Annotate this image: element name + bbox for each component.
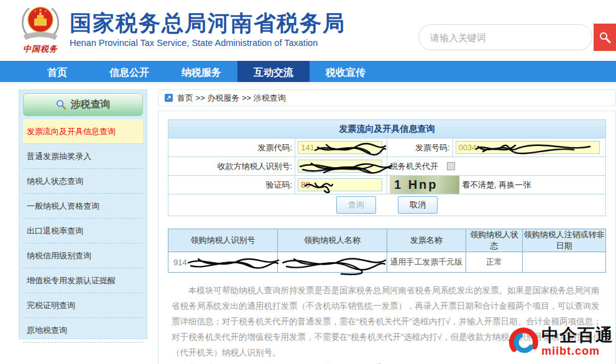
nav-item-tax-publicity[interactable]: 税收宣传 (310, 61, 382, 82)
watermark-logo-icon (508, 325, 540, 358)
nav-item-info-disclosure[interactable]: 信息公开 (93, 61, 165, 82)
sidebar-item-local-tax[interactable]: 原地税查询 (23, 318, 143, 343)
nav-item-interaction[interactable]: 互动交流 (237, 61, 310, 82)
sidebar-title[interactable]: 涉税查询 (23, 93, 143, 116)
sidebar-item-general-taxpayer[interactable]: 一般纳税人资格查询 (23, 194, 143, 219)
sidebar-item-lottery-entry[interactable]: 普通发票抽奖录入 (23, 144, 143, 169)
col-header-invoice-name: 发票名称 (387, 229, 466, 252)
buyer-tin-cell: 914 (168, 252, 278, 273)
search-icon (598, 30, 612, 44)
buyer-status-cell: 正常 (466, 252, 523, 273)
watermark-site: miibt.com (541, 345, 614, 358)
tax-authority-issued-label: 税务机关代开 (390, 162, 438, 171)
search-button[interactable] (594, 24, 616, 51)
sidebar-item-credit-rating[interactable]: 纳税信用级别查询 (23, 243, 143, 268)
sidebar-item-export-rebate[interactable]: 出口退税率查询 (23, 219, 143, 243)
cancel-button[interactable]: 取消 (398, 196, 438, 214)
invoice-name-cell: 通用手工发票千元版 (387, 252, 466, 273)
breadcrumb[interactable]: 首页 >> 办税服务 >> 涉税查询 (158, 89, 616, 106)
captcha-refresh-link[interactable]: 看不清楚, 再换一张 (462, 180, 531, 191)
magnifier-icon (56, 99, 67, 110)
invoice-code-input[interactable] (298, 141, 382, 154)
tax-bureau-logo: 中国税务 (14, 4, 67, 55)
captcha-input[interactable] (298, 178, 382, 191)
payee-tin-input[interactable] (298, 160, 382, 173)
tax-authority-issued-checkbox[interactable] (447, 162, 455, 170)
col-header-buyer-tin: 领购纳税人识别号 (168, 229, 278, 252)
query-button[interactable]: 查询 (336, 196, 376, 214)
site-header: 中国税务 国家税务总局河南省税务局 Henan Provincial Tax S… (0, 0, 616, 61)
col-header-buyer-status: 领购纳税人状态 (466, 229, 523, 252)
site-subtitle-en: Henan Provincial Tax Service, State Admi… (70, 38, 346, 48)
nav-item-tax-service[interactable]: 纳税服务 (165, 61, 237, 82)
captcha-label: 验证码: (168, 176, 295, 194)
sidebar-item-taxpayer-status[interactable]: 纳税人状态查询 (23, 169, 143, 194)
invoice-code-label: 发票代码: (168, 139, 295, 157)
form-title: 发票流向及开具信息查询 (168, 120, 606, 139)
sidebar-item-vat-certification[interactable]: 增值税专用发票认证提醒 (23, 268, 143, 293)
main-nav: 首页 信息公开 纳税服务 互动交流 税收宣传 (0, 61, 616, 84)
sidebar: 涉税查询 发票流向及开具信息查询 普通发票抽奖录入 纳税人状态查询 一般纳税人资… (19, 89, 147, 339)
invoice-query-form: 发票流向及开具信息查询 发票代码: (168, 119, 606, 216)
main-content: 首页 >> 办税服务 >> 涉税查询 发票流向及开具信息查询 发票代码: (158, 89, 616, 364)
col-header-buyer-name: 领购纳税人名称 (278, 229, 387, 252)
invoice-number-input[interactable] (456, 141, 600, 154)
breadcrumb-icon (165, 94, 173, 102)
deregister-date-cell (523, 252, 606, 273)
buyer-name-cell (278, 252, 387, 273)
invoice-number-label: 发票号码: (387, 139, 453, 157)
payee-tin-label: 收款方纳税人识别号: (168, 157, 295, 176)
sidebar-item-tax-certificate[interactable]: 完税证明查询 (23, 293, 143, 318)
sidebar-item-invoice-flow-query[interactable]: 发票流向及开具信息查询 (23, 119, 143, 144)
watermark: 中企百通 miibt.com (508, 325, 614, 358)
redaction-scribble (282, 254, 387, 276)
redaction-scribble (187, 254, 280, 273)
site-search (418, 24, 616, 51)
page: 中国税务 国家税务总局河南省税务局 Henan Provincial Tax S… (0, 0, 616, 364)
site-title: 国家税务总局河南省税务局 (70, 9, 346, 37)
table-row: 914 (168, 252, 606, 273)
captcha-image[interactable]: 1 Hnp (390, 176, 459, 194)
logo-caption: 中国税务 (14, 43, 67, 55)
national-emblem-icon (17, 4, 63, 42)
query-result-table: 领购纳税人识别号 领购纳税人名称 发票名称 领购纳税人状态 领购纳税人注销或转非… (168, 229, 606, 273)
search-input[interactable] (418, 24, 592, 50)
nav-item-home[interactable]: 首页 (21, 61, 93, 82)
col-header-deregister-date: 领购纳税人注销或转非日期 (523, 229, 606, 252)
note-paragraph-2: 若想进一步鉴别发票的真伪，请与当地国税机关联系！ (172, 361, 602, 364)
watermark-name: 中企百通 (541, 326, 614, 345)
